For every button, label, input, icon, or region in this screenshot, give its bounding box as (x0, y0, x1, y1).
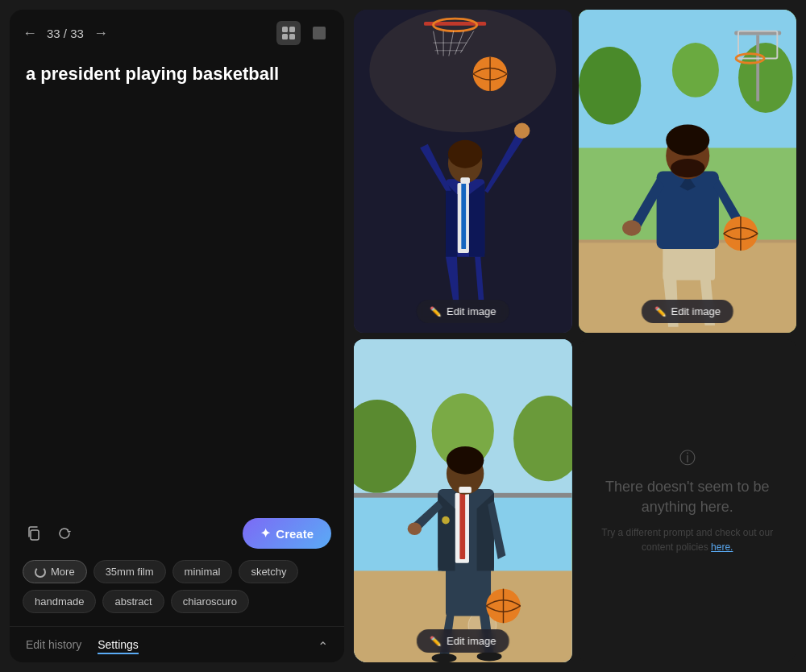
svg-point-30 (671, 43, 718, 97)
tab-settings[interactable]: Settings (98, 638, 139, 654)
svg-point-64 (447, 446, 484, 475)
svg-rect-1 (289, 27, 295, 32)
svg-point-28 (579, 47, 641, 125)
pencil-icon-3: ✏️ (430, 636, 442, 647)
style-tag-chiaroscuro-label: chiaroscuro (183, 595, 237, 608)
single-view-icon (310, 24, 328, 42)
create-icon: ✦ (260, 526, 271, 541)
copy-icon (26, 525, 42, 541)
svg-point-43 (666, 125, 709, 156)
nav-counter: 33 / 33 (47, 27, 84, 40)
svg-rect-58 (459, 493, 465, 559)
tabs-left: Edit history Settings (26, 638, 139, 654)
svg-point-44 (670, 159, 704, 177)
image-cell-3: ✏️ Edit image (354, 339, 572, 662)
style-tag-minimal-label: minimal (185, 566, 221, 578)
spin-icon (35, 566, 46, 578)
style-tag-abstract-label: abstract (114, 595, 152, 608)
grid-icon (280, 24, 297, 42)
image-figure-2 (579, 10, 797, 333)
svg-point-54 (477, 652, 502, 662)
svg-rect-3 (289, 34, 295, 39)
pencil-icon-1: ✏️ (430, 306, 442, 317)
action-row: ✦ Create (23, 518, 331, 549)
tab-edit-history[interactable]: Edit history (26, 638, 81, 654)
svg-point-60 (408, 523, 422, 535)
style-tags-container: More 35mm film minimal sketchy handmade … (23, 560, 331, 613)
refresh-button[interactable] (53, 522, 76, 545)
image-cell-1: ✏️ Edit image (354, 10, 572, 333)
svg-point-39 (622, 220, 641, 235)
style-tag-more-label: More (51, 566, 75, 578)
placeholder-sub: Try a different prompt and check out our… (595, 525, 781, 554)
edit-image-button-2[interactable]: ✏️ Edit image (642, 300, 733, 323)
edit-image-button-1[interactable]: ✏️ Edit image (417, 300, 509, 323)
svg-rect-4 (313, 27, 326, 39)
edit-image-label-1: Edit image (447, 305, 496, 317)
bottom-tabs: Edit history Settings ⌃ (10, 626, 344, 662)
svg-point-24 (448, 140, 483, 168)
svg-point-22 (514, 123, 530, 139)
style-tag-handmade-label: handmade (35, 595, 84, 608)
style-tag-chiaroscuro[interactable]: chiaroscuro (171, 590, 249, 613)
svg-point-53 (432, 653, 457, 662)
style-tag-sketchy[interactable]: sketchy (239, 560, 298, 583)
edit-image-label-2: Edit image (671, 305, 721, 317)
svg-point-59 (442, 516, 450, 525)
grid-view-button[interactable] (276, 21, 301, 45)
image-figure-3 (354, 339, 572, 662)
svg-rect-5 (31, 530, 39, 540)
refresh-icon (56, 525, 73, 541)
style-tag-35mm-label: 35mm film (106, 566, 154, 578)
style-tag-minimal[interactable]: minimal (172, 560, 233, 583)
image-grid: ✏️ Edit image (354, 10, 796, 662)
image-figure-1 (354, 10, 572, 333)
create-button[interactable]: ✦ Create (243, 518, 331, 549)
nav-back-button[interactable]: ← (23, 26, 37, 40)
placeholder-cell: ⓘ There doesn't seem to be anything here… (579, 339, 797, 662)
create-label: Create (276, 527, 314, 541)
style-tag-abstract[interactable]: abstract (102, 590, 164, 613)
edit-image-label-3: Edit image (447, 635, 496, 647)
style-tag-35mm[interactable]: 35mm film (93, 560, 166, 583)
prompt-title: a president playing basketball (26, 63, 328, 86)
nav-forward-button[interactable]: → (93, 26, 108, 40)
single-view-button[interactable] (307, 21, 331, 45)
content-policies-link[interactable]: here. (711, 541, 733, 553)
bottom-section: ✦ Create More 35mm film minimal sketchy (10, 505, 344, 626)
placeholder-title: There doesn't seem to be anything here. (595, 477, 781, 517)
style-tag-sketchy-label: sketchy (251, 566, 286, 578)
prompt-area: a president playing basketball (10, 56, 344, 505)
image-cell-2: ✏️ Edit image (579, 10, 797, 333)
view-toggle (276, 21, 331, 45)
edit-image-button-3[interactable]: ✏️ Edit image (417, 629, 509, 653)
copy-button[interactable] (23, 522, 45, 545)
svg-rect-65 (459, 487, 471, 493)
info-icon: ⓘ (679, 447, 696, 469)
svg-rect-0 (282, 27, 288, 32)
style-tag-more[interactable]: More (23, 560, 87, 583)
style-tag-handmade[interactable]: handmade (23, 590, 96, 613)
svg-rect-2 (282, 34, 288, 39)
pencil-icon-2: ✏️ (654, 306, 667, 317)
left-panel: ← 33 / 33 → (10, 10, 344, 662)
svg-rect-21 (461, 183, 466, 249)
nav-left: ← 33 / 33 → (23, 26, 108, 40)
nav-bar: ← 33 / 33 → (10, 10, 344, 56)
icon-buttons (23, 522, 76, 545)
tabs-chevron-icon[interactable]: ⌃ (318, 639, 328, 654)
svg-rect-55 (446, 563, 491, 616)
svg-point-7 (369, 10, 556, 132)
svg-rect-25 (460, 177, 470, 184)
